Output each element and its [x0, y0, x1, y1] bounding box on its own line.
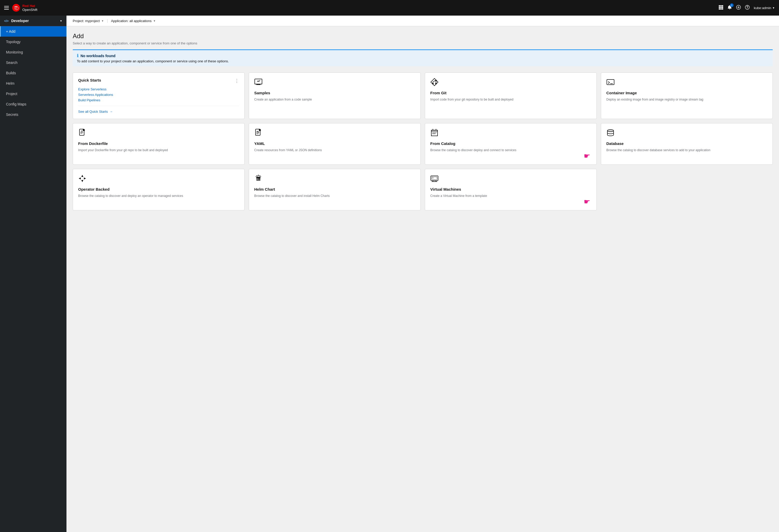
quick-starts-card[interactable]: Quick Starts ⋮ Explore Serverless Server…: [73, 72, 245, 119]
user-chevron-icon: ▼: [772, 6, 775, 9]
top-nav-right: 1 kube:admin ▼: [719, 5, 775, 11]
svg-rect-5: [720, 7, 722, 8]
database-desc: Browse the catalog to discover database …: [606, 148, 767, 153]
card-grid-row3: Operator Backed Browse the catalog to di…: [73, 169, 773, 211]
svg-point-31: [432, 178, 433, 178]
card-samples[interactable]: Samples Create an application from a cod…: [249, 72, 421, 119]
sidebar-item-config-maps[interactable]: Config Maps: [0, 99, 66, 109]
svg-text:HELM: HELM: [255, 178, 261, 180]
quick-starts-menu[interactable]: ⋮: [235, 78, 239, 84]
sidebar-item-monitoring[interactable]: Monitoring: [0, 47, 66, 57]
sidebar-item-add[interactable]: + Add: [0, 26, 66, 37]
svg-rect-4: [719, 7, 720, 8]
qs-link-serverless-apps[interactable]: Serverless Applications: [78, 93, 239, 97]
card-virtual-machines[interactable]: Virtual Machines Create a Virtual Machin…: [425, 169, 597, 211]
svg-rect-24: [259, 129, 261, 131]
cursor-icon: ☛: [584, 152, 590, 160]
card-container-image[interactable]: Container Image Deploy an existing image…: [601, 72, 773, 119]
application-selector[interactable]: Application: all applications ▼: [111, 19, 156, 23]
main-content: Project: myproject ▼ | Application: all …: [66, 15, 779, 532]
operator-backed-desc: Browse the catalog to discover and deplo…: [78, 193, 239, 198]
sidebar-item-secrets[interactable]: Secrets: [0, 109, 66, 120]
card-from-git[interactable]: From Git Import code from your git repos…: [425, 72, 597, 119]
svg-rect-1: [719, 5, 720, 6]
cursor-vm-icon: ☛: [584, 197, 590, 206]
database-icon: [606, 129, 767, 139]
top-bar-divider: |: [107, 19, 108, 23]
info-icon: ℹ: [77, 53, 78, 58]
from-catalog-title: From Catalog: [430, 141, 591, 146]
samples-desc: Create an application from a code sample: [254, 97, 415, 102]
see-all-quick-starts[interactable]: See all Quick Starts →: [78, 106, 239, 114]
card-helm-chart[interactable]: HELM Helm Chart Browse the catalog to di…: [249, 169, 421, 211]
from-dockerfile-desc: Import your Dockerfile from your git rep…: [78, 148, 239, 153]
container-icon: [606, 78, 767, 88]
card-database[interactable]: Database Browse the catalog to discover …: [601, 123, 773, 165]
helm-chart-desc: Browse the catalog to discover and insta…: [254, 193, 415, 198]
quick-starts-title: Quick Starts: [78, 78, 101, 82]
add-icon[interactable]: [736, 5, 741, 11]
catalog-icon: [430, 129, 591, 139]
role-switcher[interactable]: </> Developer ▼: [0, 15, 66, 26]
card-yaml[interactable]: YAML Create resources from YAML or JSON …: [249, 123, 421, 165]
developer-icon: </>: [4, 19, 9, 23]
card-from-dockerfile[interactable]: From Dockerfile Import your Dockerfile f…: [73, 123, 245, 165]
git-icon: [430, 78, 591, 88]
page-subtitle: Select a way to create an application, c…: [73, 41, 773, 45]
help-icon[interactable]: [745, 5, 750, 11]
banner-text: To add content to your project create an…: [77, 59, 769, 63]
virtual-machines-title: Virtual Machines: [430, 187, 591, 191]
svg-rect-7: [719, 8, 720, 10]
notification-badge: 1: [730, 3, 733, 7]
container-image-desc: Deploy an existing image from and image …: [606, 97, 767, 102]
sidebar-item-topology[interactable]: Topology: [0, 37, 66, 47]
operator-backed-title: Operator Backed: [78, 187, 239, 191]
brand-text: Red Hat OpenShift: [22, 4, 38, 12]
samples-icon: [254, 78, 415, 88]
banner-title: ℹ No workloads found: [77, 53, 769, 58]
sidebar-item-helm[interactable]: Helm: [0, 78, 66, 88]
qs-link-serverless[interactable]: Explore Serverless: [78, 87, 239, 91]
yaml-desc: Create resources from YAML or JSON defin…: [254, 148, 415, 153]
virtual-machines-desc: Create a Virtual Machine from a template: [430, 193, 591, 198]
svg-rect-9: [722, 8, 723, 10]
notifications-icon[interactable]: 1: [727, 5, 732, 11]
card-grid: Quick Starts ⋮ Explore Serverless Server…: [73, 72, 773, 119]
hamburger-menu[interactable]: [4, 6, 9, 10]
role-chevron-icon: ▼: [60, 19, 62, 22]
yaml-icon: [254, 129, 415, 139]
quick-starts-links: Explore Serverless Serverless Applicatio…: [78, 87, 239, 102]
user-menu[interactable]: kube:admin ▼: [754, 6, 775, 10]
svg-rect-3: [722, 5, 723, 6]
arrow-right-icon: →: [109, 110, 113, 114]
svg-rect-21: [83, 129, 85, 131]
card-grid-row2: From Dockerfile Import your Dockerfile f…: [73, 123, 773, 165]
svg-point-32: [433, 178, 434, 178]
from-catalog-desc: Browse the catalog to discover deploy an…: [430, 148, 591, 153]
application-chevron-icon: ▼: [153, 19, 156, 22]
from-dockerfile-title: From Dockerfile: [78, 141, 239, 146]
container-image-title: Container Image: [606, 91, 767, 95]
from-git-title: From Git: [430, 91, 591, 95]
samples-title: Samples: [254, 91, 415, 95]
svg-rect-14: [255, 83, 262, 84]
sidebar-item-builds[interactable]: Builds: [0, 68, 66, 78]
yaml-title: YAML: [254, 141, 415, 146]
qs-link-build-pipelines[interactable]: Build Pipelines: [78, 98, 239, 102]
svg-rect-6: [722, 7, 723, 8]
card-operator-backed[interactable]: Operator Backed Browse the catalog to di…: [73, 169, 245, 211]
sidebar-item-project[interactable]: Project: [0, 88, 66, 99]
sidebar: </> Developer ▼ + Add Topology Monitorin…: [0, 15, 66, 532]
svg-rect-15: [256, 84, 260, 85]
helm-chart-title: Helm Chart: [254, 187, 415, 191]
page-title: Add: [73, 33, 773, 40]
operator-icon: [78, 174, 239, 184]
card-from-catalog[interactable]: From Catalog Browse the catalog to disco…: [425, 123, 597, 165]
svg-rect-2: [720, 5, 722, 6]
sidebar-item-search[interactable]: Search: [0, 57, 66, 68]
project-selector[interactable]: Project: myproject ▼: [73, 19, 104, 23]
vm-icon: [430, 174, 591, 184]
database-title: Database: [606, 141, 767, 146]
svg-rect-8: [720, 8, 722, 10]
apps-icon[interactable]: [719, 5, 723, 11]
